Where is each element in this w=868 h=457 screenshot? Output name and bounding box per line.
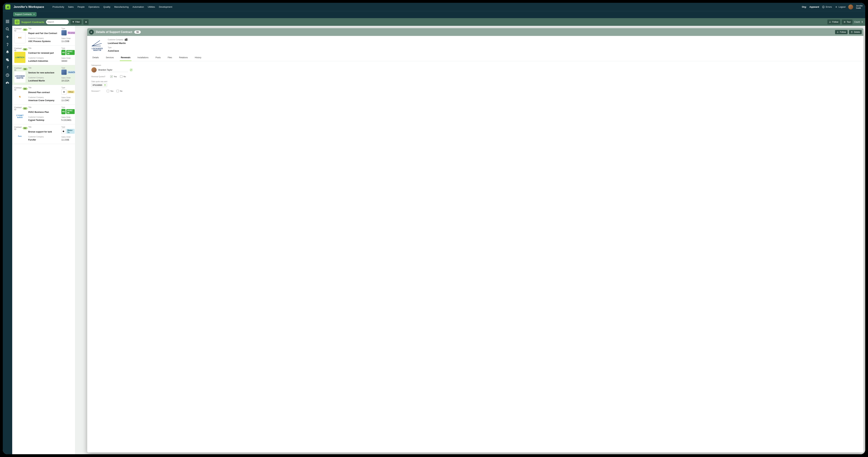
renewed-yes-checkbox[interactable] xyxy=(107,90,109,92)
tab-details[interactable]: Details xyxy=(91,55,100,61)
clock-icon[interactable] xyxy=(6,73,9,77)
contract-card[interactable]: Contract ID 56 Title Type AutoClav Sales… xyxy=(12,65,75,85)
company-name: Cygnet Texkimp xyxy=(28,119,60,122)
renewal-quoted-label: Renewal Quoted? xyxy=(91,76,107,77)
topnav-item[interactable]: Sales xyxy=(68,6,74,8)
type-icon xyxy=(61,30,67,35)
add-button[interactable]: + xyxy=(83,19,89,25)
close-icon[interactable]: ✕ xyxy=(33,13,35,15)
chat-icon[interactable] xyxy=(6,58,9,62)
contract-card[interactable]: Contract ID 63 Title Type Econoclo Sales… xyxy=(12,26,75,45)
contract-id-badge: 56 xyxy=(23,68,28,70)
salesperson-name[interactable]: Brandon Taylor xyxy=(98,68,128,72)
renewed-label: Renewed ? xyxy=(91,90,103,92)
tab-renewals[interactable]: Renewals xyxy=(120,55,131,61)
arrow-left-icon xyxy=(835,6,837,8)
tab-relations[interactable]: Relations xyxy=(178,55,189,61)
renewed-no-checkbox[interactable] xyxy=(117,90,119,92)
external-link-icon[interactable] xyxy=(130,68,132,71)
plus-icon[interactable] xyxy=(6,35,9,39)
svg-rect-6 xyxy=(8,20,9,21)
type-chip: HVAC 80 xyxy=(66,50,75,55)
module-icon xyxy=(14,20,20,24)
topnav-item[interactable]: Productivity xyxy=(53,6,64,8)
app-logo[interactable] xyxy=(5,4,10,9)
search-input[interactable] xyxy=(48,21,73,23)
contract-title: Dimond Plan contract xyxy=(28,91,60,94)
bell-icon[interactable] xyxy=(6,50,9,54)
detail-follow-label: Follow xyxy=(840,31,846,33)
detail-delete-button[interactable]: Delete xyxy=(849,30,862,34)
run-icon[interactable] xyxy=(6,66,9,69)
svg-line-14 xyxy=(8,30,9,31)
type-chip: AutoClav xyxy=(67,71,75,73)
detail-id-pill: 56 xyxy=(134,31,141,34)
topnav-item[interactable]: Development xyxy=(159,6,172,8)
company-logo: LUMITECH xyxy=(14,52,26,63)
type-label: Type xyxy=(61,47,75,49)
quoted-no-checkbox[interactable] xyxy=(120,75,122,78)
contract-card[interactable]: Contract ID 53 Title Type HS HVAC 80 Sal… xyxy=(12,105,75,124)
tour-label: Tour xyxy=(847,21,851,23)
cloud-upload-icon[interactable] xyxy=(6,81,9,85)
follow-icon xyxy=(837,31,839,33)
salesperson-label: Salesperson xyxy=(91,64,859,66)
sales-order-value: 34343 xyxy=(61,60,75,62)
logout-link[interactable]: Logout xyxy=(835,6,845,8)
detail-header: Details of Support Contract 56 Follow De… xyxy=(87,28,864,36)
svg-rect-11 xyxy=(7,22,8,23)
org-name[interactable]: Appward xyxy=(809,6,819,8)
breadcrumb-chip[interactable]: Support Contracts ✕ xyxy=(13,12,36,17)
contract-card[interactable]: Contract ID 54 Title Type ⚙ Other Sales … xyxy=(12,85,75,105)
sales-order-value: 11-234C xyxy=(61,99,74,102)
folder-icon[interactable] xyxy=(125,38,127,41)
contract-card[interactable]: Contract ID 59 Title Type HS HVAC 80 Sal… xyxy=(12,45,75,65)
tour-button[interactable]: Tour xyxy=(842,20,852,24)
title-label: Title xyxy=(28,28,60,32)
tab-services[interactable]: Services xyxy=(105,55,115,61)
tab-posts[interactable]: Posts xyxy=(154,55,162,61)
topnav-item[interactable]: Automation xyxy=(132,6,144,8)
topnav-item[interactable]: Operations xyxy=(88,6,100,8)
module-title: Support Contracts xyxy=(21,21,44,24)
contract-id-badge: 54 xyxy=(23,88,28,90)
tab-history[interactable]: History xyxy=(194,55,202,61)
sales-order-label: Sales Order xyxy=(61,77,75,79)
type-chip: HVAC 80 xyxy=(66,109,75,114)
topnav-item[interactable]: Utilities xyxy=(148,6,155,8)
topnav-item[interactable]: Manufacturing xyxy=(114,6,128,8)
type-value: AutoClave xyxy=(108,50,127,52)
type-label: Type xyxy=(108,46,127,48)
collapse-button[interactable] xyxy=(89,30,94,35)
search-icon[interactable] xyxy=(6,27,9,31)
follow-button[interactable]: Follow xyxy=(827,20,840,24)
eye-icon xyxy=(844,21,846,23)
count-display: Count 9 xyxy=(854,21,863,23)
svg-rect-12 xyxy=(8,22,9,23)
detail-delete-label: Delete xyxy=(854,31,860,33)
contract-card[interactable]: Contract ID 52 Title Type ⬣ Water To Sal… xyxy=(12,124,75,144)
errors-link[interactable]: Errors xyxy=(822,6,832,8)
svg-point-26 xyxy=(92,46,92,46)
type-chip: Water To xyxy=(66,129,75,134)
topnav-item[interactable]: Quality xyxy=(103,6,111,8)
tab-installations[interactable]: Installations xyxy=(136,55,150,61)
user-avatar[interactable] xyxy=(848,4,853,9)
contract-id-badge: 52 xyxy=(23,127,28,129)
type-icon: HS xyxy=(61,50,66,55)
search-box[interactable] xyxy=(46,20,69,24)
quoted-yes-checkbox[interactable] xyxy=(110,75,113,78)
contract-list[interactable]: Contract ID 63 Title Type Econoclo Sales… xyxy=(12,26,75,454)
filter-icon xyxy=(72,21,74,23)
apps-grid-icon[interactable] xyxy=(6,20,9,23)
date-quote-input[interactable]: 07\11\2023 xyxy=(91,83,107,87)
topnav-item[interactable]: People xyxy=(78,6,85,8)
contract-id-label: Contract ID xyxy=(14,28,22,32)
tab-files[interactable]: Files xyxy=(166,55,173,61)
calendar-icon[interactable] xyxy=(104,84,106,86)
company-name: ASC Process Systems xyxy=(28,40,60,43)
detail-follow-button[interactable]: Follow xyxy=(835,30,848,34)
help-icon[interactable] xyxy=(6,42,9,46)
user-first: Jennifer xyxy=(856,5,863,7)
filter-button[interactable]: Filter xyxy=(70,20,82,24)
